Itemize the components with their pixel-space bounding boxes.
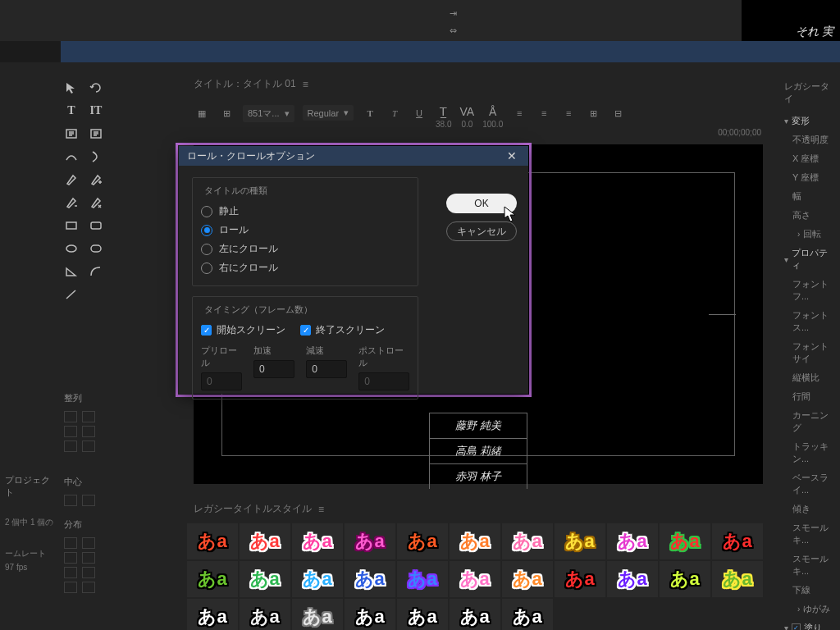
property-row[interactable]: 縦横比: [779, 368, 840, 387]
line-tool-icon[interactable]: [62, 285, 80, 304]
roll-options-icon[interactable]: ▦: [194, 105, 210, 121]
anchor-add-tool-icon[interactable]: [62, 194, 80, 212]
title-style-swatch[interactable]: あa: [397, 523, 448, 559]
pen-tool-icon[interactable]: [62, 171, 80, 189]
title-style-swatch[interactable]: あa: [555, 561, 605, 597]
property-section[interactable]: ▾プロパティ: [779, 244, 840, 275]
property-row[interactable]: 高さ: [779, 206, 840, 225]
rounded-rect-tool-icon[interactable]: [87, 217, 105, 235]
property-row[interactable]: 幅: [779, 187, 840, 206]
leading-field[interactable]: Å100.0: [482, 105, 503, 129]
wedge-tool-icon[interactable]: [62, 262, 80, 281]
center-icon[interactable]: [82, 495, 95, 506]
vertical-type-tool-icon[interactable]: IT: [87, 102, 105, 120]
title-type-radio[interactable]: 左にクロール: [201, 240, 409, 258]
align-left-icon[interactable]: ≡: [511, 105, 527, 121]
distribute-icon[interactable]: [64, 537, 77, 549]
credit-row[interactable]: 赤羽 林子: [429, 464, 527, 489]
distribute-icon[interactable]: [64, 552, 77, 564]
property-row[interactable]: ›ゆがみ: [779, 600, 840, 619]
easein-input[interactable]: 0: [253, 360, 294, 378]
close-icon[interactable]: ✕: [504, 146, 520, 166]
property-row[interactable]: スモールキ...: [779, 518, 840, 550]
title-style-swatch[interactable]: あa: [187, 561, 238, 597]
snap-icon[interactable]: ⇥: [450, 8, 457, 19]
title-type-radio[interactable]: ロール: [201, 221, 409, 240]
title-style-swatch[interactable]: あa: [240, 561, 290, 597]
bold-icon[interactable]: T: [362, 105, 378, 121]
title-style-swatch[interactable]: あa: [660, 523, 710, 559]
ellipse-tool-icon[interactable]: [62, 240, 80, 258]
title-style-swatch[interactable]: あa: [450, 599, 500, 630]
credit-row[interactable]: 高島 莉緒: [429, 439, 527, 464]
rectangle-tool-icon[interactable]: [62, 217, 80, 235]
title-style-swatch[interactable]: あa: [555, 523, 605, 559]
font-family-select[interactable]: 851マ...▾: [243, 105, 294, 122]
align-icon[interactable]: [64, 411, 77, 422]
title-style-swatch[interactable]: あa: [502, 523, 553, 559]
title-type-radio[interactable]: 右にクロール: [201, 258, 409, 277]
panel-menu-icon[interactable]: ≡: [303, 79, 308, 90]
easeout-input[interactable]: 0: [306, 360, 347, 378]
kerning-field[interactable]: VA0.0: [460, 105, 475, 129]
selection-tool-icon[interactable]: [62, 79, 80, 97]
property-row[interactable]: フォントサイ: [779, 337, 840, 368]
rounded-rect2-tool-icon[interactable]: [87, 240, 105, 258]
property-row[interactable]: フォントフ...: [779, 275, 840, 306]
templates-icon[interactable]: ⊞: [218, 105, 235, 121]
title-style-swatch[interactable]: あa: [292, 561, 343, 597]
italic-icon[interactable]: T: [386, 105, 403, 121]
title-style-swatch[interactable]: あa: [450, 523, 500, 559]
area-type-tool-icon[interactable]: [62, 125, 80, 143]
type-tool-icon[interactable]: T: [62, 102, 80, 120]
pen-plus-tool-icon[interactable]: [87, 171, 105, 189]
align-right-icon[interactable]: ≡: [560, 105, 577, 121]
fit-icon[interactable]: ⇔: [450, 25, 457, 36]
title-style-swatch[interactable]: あa: [345, 523, 395, 559]
title-style-swatch[interactable]: あa: [397, 561, 448, 597]
anchor-delete-tool-icon[interactable]: [87, 194, 105, 212]
center-icon[interactable]: [64, 495, 77, 506]
cancel-button[interactable]: キャンセル: [446, 221, 517, 241]
title-style-swatch[interactable]: あa: [292, 599, 343, 630]
rolling-credits-block[interactable]: 藤野 純美 高島 莉緒 赤羽 林子: [429, 413, 527, 489]
underline-icon[interactable]: U: [411, 105, 427, 121]
property-row[interactable]: ›回転: [779, 225, 840, 244]
property-row[interactable]: カーニング: [779, 406, 840, 437]
ok-button[interactable]: OK: [446, 194, 517, 213]
path-type-tool-icon[interactable]: [62, 148, 80, 166]
title-style-swatch[interactable]: あa: [660, 561, 710, 597]
distribute-icon[interactable]: [82, 552, 95, 564]
font-weight-select[interactable]: Regular▾: [303, 105, 354, 121]
distribute-icon[interactable]: ⊟: [609, 105, 626, 121]
arc-tool-icon[interactable]: [87, 262, 105, 281]
property-row[interactable]: 行間: [779, 387, 840, 406]
title-style-swatch[interactable]: あa: [712, 561, 763, 597]
align-icon[interactable]: [82, 426, 95, 437]
tab-stops-icon[interactable]: ⊞: [585, 105, 601, 121]
title-style-swatch[interactable]: あa: [292, 523, 343, 559]
align-icon[interactable]: [64, 426, 77, 437]
title-style-swatch[interactable]: あa: [187, 599, 238, 630]
distribute-icon[interactable]: [64, 582, 77, 593]
distribute-icon[interactable]: [82, 582, 95, 593]
property-row[interactable]: スモールキ...: [779, 550, 840, 581]
align-icon[interactable]: [64, 441, 77, 452]
title-style-swatch[interactable]: あa: [607, 523, 658, 559]
title-style-swatch[interactable]: あa: [240, 599, 290, 630]
distribute-icon[interactable]: [82, 537, 95, 549]
property-row[interactable]: ベースライ...: [779, 468, 840, 500]
checkbox-checked-icon[interactable]: ✓: [792, 623, 801, 630]
property-row[interactable]: 傾き: [779, 500, 840, 518]
title-style-swatch[interactable]: あa: [187, 523, 238, 559]
align-icon[interactable]: [82, 411, 95, 422]
property-row[interactable]: フォントス...: [779, 306, 840, 337]
start-off-screen-checkbox[interactable]: ✓ 開始スクリーン: [201, 321, 285, 340]
title-style-swatch[interactable]: あa: [345, 561, 395, 597]
property-section[interactable]: ▾✓塗り: [779, 619, 840, 630]
property-row[interactable]: トラッキン...: [779, 437, 840, 468]
property-row[interactable]: Y 座標: [779, 168, 840, 187]
title-style-swatch[interactable]: あa: [712, 523, 763, 559]
title-style-swatch[interactable]: あa: [345, 599, 395, 630]
vertical-area-type-tool-icon[interactable]: [87, 125, 105, 143]
